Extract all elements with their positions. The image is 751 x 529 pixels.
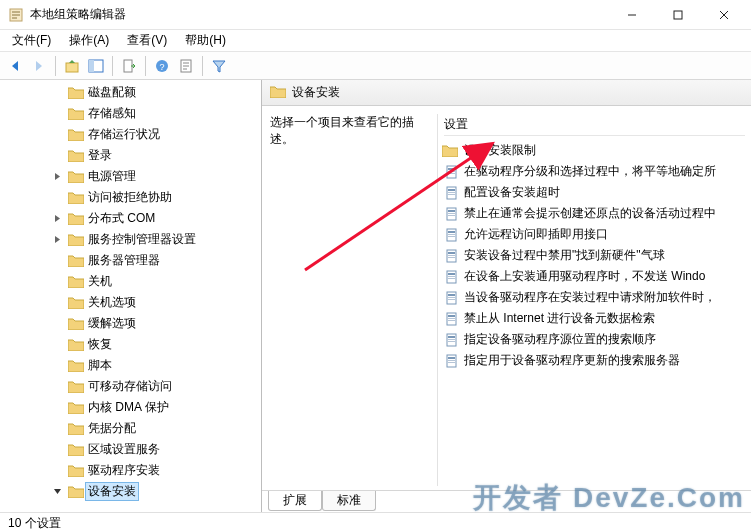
setting-policy[interactable]: 允许远程访问即插即用接口 xyxy=(444,224,745,245)
tree-item[interactable]: 存储感知 xyxy=(0,103,261,124)
tree-item[interactable]: 存储运行状况 xyxy=(0,124,261,145)
tree-pane[interactable]: 磁盘配额存储感知存储运行状况登录电源管理访问被拒绝协助分布式 COM服务控制管理… xyxy=(0,80,262,512)
tab-extended[interactable]: 扩展 xyxy=(268,491,322,511)
svg-rect-11 xyxy=(448,171,455,172)
tree-item-label: 缓解选项 xyxy=(88,315,136,332)
forward-button[interactable] xyxy=(28,55,50,77)
svg-rect-44 xyxy=(448,341,455,342)
tree-item[interactable]: 内核 DMA 保护 xyxy=(0,397,261,418)
help-button[interactable]: ? xyxy=(151,55,173,77)
close-button[interactable] xyxy=(701,0,747,30)
tree-item-label: 脚本 xyxy=(88,357,112,374)
chevron-right-icon[interactable] xyxy=(50,170,64,184)
folder-icon xyxy=(270,85,286,101)
svg-rect-1 xyxy=(674,11,682,19)
minimize-button[interactable] xyxy=(609,0,655,30)
setting-folder[interactable]: 设备安装限制 xyxy=(444,140,745,161)
setting-policy[interactable]: 禁止在通常会提示创建还原点的设备活动过程中 xyxy=(444,203,745,224)
setting-policy[interactable]: 指定用于设备驱动程序更新的搜索服务器 xyxy=(444,350,745,371)
tree-item-label: 区域设置服务 xyxy=(88,441,160,458)
setting-policy[interactable]: 指定设备驱动程序源位置的搜索顺序 xyxy=(444,329,745,350)
svg-text:?: ? xyxy=(159,62,164,72)
tree-item-label: 分布式 COM xyxy=(88,210,155,227)
tree-item[interactable]: 登录 xyxy=(0,145,261,166)
tree-item[interactable]: 区域设置服务 xyxy=(0,439,261,460)
setting-policy[interactable]: 当设备驱动程序在安装过程中请求附加软件时， xyxy=(444,287,745,308)
tree-item[interactable]: 服务控制管理器设置 xyxy=(0,229,261,250)
svg-rect-23 xyxy=(448,234,455,235)
svg-rect-20 xyxy=(448,215,455,216)
svg-rect-24 xyxy=(448,236,455,237)
maximize-button[interactable] xyxy=(655,0,701,30)
setting-label: 在驱动程序分级和选择过程中，将平等地确定所 xyxy=(464,163,716,180)
chevron-right-icon[interactable] xyxy=(50,233,64,247)
settings-column-header[interactable]: 设置 xyxy=(444,114,745,136)
up-button[interactable] xyxy=(61,55,83,77)
tree-item[interactable]: 可移动存储访问 xyxy=(0,376,261,397)
window-controls xyxy=(609,0,747,30)
folder-icon xyxy=(444,144,460,157)
policy-icon xyxy=(444,291,460,305)
menu-action[interactable]: 操作(A) xyxy=(61,30,117,51)
chevron-right-icon[interactable] xyxy=(50,485,64,499)
tree-item[interactable]: 访问被拒绝协助 xyxy=(0,187,261,208)
setting-label: 配置设备安装超时 xyxy=(464,184,560,201)
menubar: 文件(F) 操作(A) 查看(V) 帮助(H) xyxy=(0,30,751,52)
details-pane: 设备安装 选择一个项目来查看它的描述。 设置 设备安装限制在驱动程序分级和选择过… xyxy=(262,80,751,512)
tree-item-label: 驱动程序安装 xyxy=(88,462,160,479)
svg-rect-4 xyxy=(89,60,94,72)
tree-item[interactable]: 脚本 xyxy=(0,355,261,376)
tab-standard[interactable]: 标准 xyxy=(322,491,376,511)
svg-rect-28 xyxy=(448,257,455,258)
tree-item[interactable]: 分布式 COM xyxy=(0,208,261,229)
setting-label: 禁止从 Internet 进行设备元数据检索 xyxy=(464,310,655,327)
setting-label: 指定设备驱动程序源位置的搜索顺序 xyxy=(464,331,656,348)
properties-button[interactable] xyxy=(175,55,197,77)
chevron-right-icon[interactable] xyxy=(50,212,64,226)
filter-button[interactable] xyxy=(208,55,230,77)
tree-item-label: 内核 DMA 保护 xyxy=(88,399,169,416)
export-button[interactable] xyxy=(118,55,140,77)
tab-strip: 扩展 标准 xyxy=(262,490,751,512)
tree-item[interactable]: 电源管理 xyxy=(0,166,261,187)
tree-item[interactable]: 关机选项 xyxy=(0,292,261,313)
setting-policy[interactable]: 在设备上安装通用驱动程序时，不发送 Windo xyxy=(444,266,745,287)
show-hide-tree-button[interactable] xyxy=(85,55,107,77)
statusbar: 10 个设置 xyxy=(0,512,751,529)
tree-item[interactable]: 缓解选项 xyxy=(0,313,261,334)
toolbar-separator xyxy=(112,56,113,76)
tree-item[interactable]: 凭据分配 xyxy=(0,418,261,439)
back-button[interactable] xyxy=(4,55,26,77)
toolbar-separator xyxy=(145,56,146,76)
tree-item-label: 可移动存储访问 xyxy=(88,378,172,395)
tree-item[interactable]: 关机 xyxy=(0,271,261,292)
policy-icon xyxy=(444,186,460,200)
svg-rect-18 xyxy=(448,210,455,212)
setting-label: 安装设备过程中禁用"找到新硬件"气球 xyxy=(464,247,665,264)
svg-rect-16 xyxy=(448,194,455,195)
policy-icon xyxy=(444,165,460,179)
setting-label: 在设备上安装通用驱动程序时，不发送 Windo xyxy=(464,268,705,285)
setting-policy[interactable]: 配置设备安装超时 xyxy=(444,182,745,203)
setting-label: 当设备驱动程序在安装过程中请求附加软件时， xyxy=(464,289,716,306)
pane-title: 设备安装 xyxy=(292,84,340,101)
titlebar: 本地组策略编辑器 xyxy=(0,0,751,30)
tree-item[interactable]: 驱动程序安装 xyxy=(0,460,261,481)
tree-item[interactable]: 设备安装 xyxy=(0,481,261,502)
svg-rect-19 xyxy=(448,213,455,214)
menu-view[interactable]: 查看(V) xyxy=(119,30,175,51)
tree-item-label: 存储感知 xyxy=(88,105,136,122)
svg-rect-40 xyxy=(448,320,455,321)
tree-item[interactable]: 服务器管理器 xyxy=(0,250,261,271)
toolbar: ? xyxy=(0,52,751,80)
tree-item[interactable]: 磁盘配额 xyxy=(0,82,261,103)
svg-rect-2 xyxy=(66,63,78,72)
tree-item-label: 服务控制管理器设置 xyxy=(88,231,196,248)
menu-file[interactable]: 文件(F) xyxy=(4,30,59,51)
tree-item[interactable]: 恢复 xyxy=(0,334,261,355)
setting-policy[interactable]: 禁止从 Internet 进行设备元数据检索 xyxy=(444,308,745,329)
setting-policy[interactable]: 安装设备过程中禁用"找到新硬件"气球 xyxy=(444,245,745,266)
menu-help[interactable]: 帮助(H) xyxy=(177,30,234,51)
setting-policy[interactable]: 在驱动程序分级和选择过程中，将平等地确定所 xyxy=(444,161,745,182)
tree-item-label: 设备安装 xyxy=(85,482,139,501)
